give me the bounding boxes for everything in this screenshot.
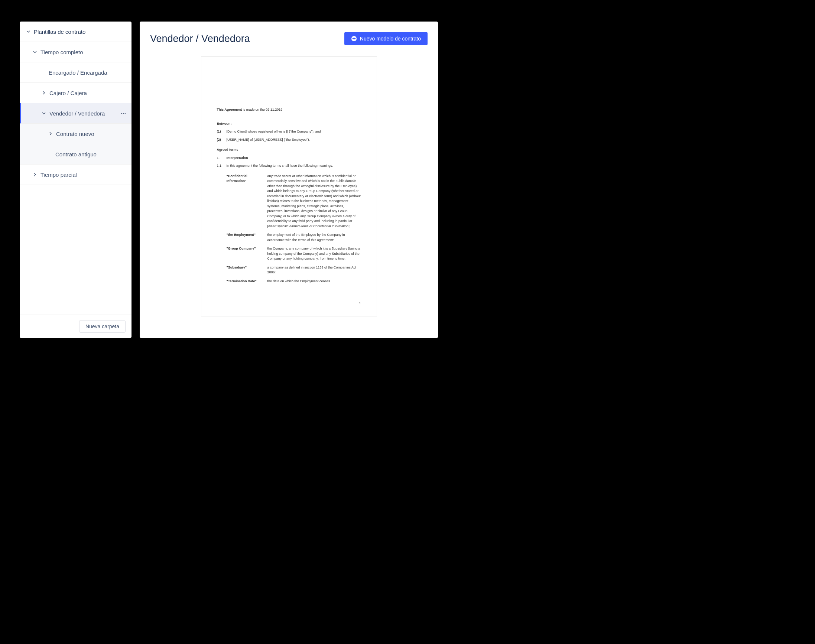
tree-item-label: Contrato antiguo [55,151,97,158]
sidebar: Plantillas de contrato Tiempo completo E… [20,21,132,338]
more-icon[interactable]: ··· [120,110,126,117]
tree-item-label: Vendedor / Vendedora [49,110,105,117]
doc-party-num: (1) [217,130,221,133]
doc-party-num: (2) [217,138,221,141]
doc-between-label: Between: [217,122,232,126]
tree-item-cajero[interactable]: Cajero / Cajera [20,83,132,103]
new-template-button[interactable]: Nuevo modelo de contrato [344,32,428,45]
new-folder-button[interactable]: Nueva carpeta [79,320,126,333]
doc-text: ]: [348,224,350,228]
doc-section-num: 1.1 [217,163,227,169]
document-page[interactable]: This Agreement is made on the 02.11.2019… [201,57,377,316]
document-preview-area: This Agreement is made on the 02.11.2019… [140,53,438,338]
doc-def-term: "Group Company" [227,246,267,261]
chevron-down-icon [32,50,37,54]
page-title: Vendedor / Vendedora [150,33,250,44]
doc-text-italic: insert specific named items of Confident… [268,224,348,228]
sidebar-footer: Nueva carpeta [20,314,132,338]
doc-def-term: "the Employment" [227,233,267,242]
doc-section-title: Interpretation [227,156,248,161]
tree-item-vendedor[interactable]: Vendedor / Vendedora ··· [20,103,132,124]
doc-def-term: "Confidential Information" [227,174,267,229]
tree-item-contrato-antiguo[interactable]: Contrato antiguo [20,144,132,164]
tree-item-contrato-nuevo[interactable]: Contrato nuevo [20,124,132,144]
plus-circle-icon [351,36,357,41]
doc-agreed-terms: Agreed terms [217,148,238,152]
chevron-right-icon [41,91,46,95]
template-tree: Plantillas de contrato Tiempo completo E… [20,21,132,314]
chevron-down-icon [41,112,46,115]
doc-section-text: In this agreement the following terms sh… [227,163,333,169]
doc-text: This Agreement [217,108,242,112]
doc-def-term: "Termination Date" [227,279,267,284]
doc-section-num: 1. [217,156,227,161]
tree-group-tiempo-completo[interactable]: Tiempo completo [20,42,132,62]
doc-page-number: 1 [359,301,361,306]
chevron-right-icon [48,132,53,136]
main-panel: Vendedor / Vendedora Nuevo modelo de con… [140,21,438,338]
doc-party-text: [Demo Client] whose registered offive is… [227,129,321,135]
button-label: Nueva carpeta [86,324,119,330]
doc-def-body: the Company, any company of which it is … [267,246,361,261]
tree-group-label: Tiempo parcial [40,172,77,178]
tree-root-label: Plantillas de contrato [34,29,86,35]
doc-party-text: [USER_NAME] of [USER_ADDRESS] ("the Empl… [227,137,310,143]
tree-item-label: Contrato nuevo [56,131,94,137]
chevron-right-icon [32,173,37,176]
tree-root-plantillas[interactable]: Plantillas de contrato [20,21,132,42]
main-header: Vendedor / Vendedora Nuevo modelo de con… [140,21,438,53]
doc-def-term: "Subsidiary" [227,265,267,275]
tree-group-label: Tiempo completo [40,49,83,55]
tree-item-label: Cajero / Cajera [49,90,87,96]
doc-agreement-line: This Agreement is made on the 02.11.2019 [217,107,361,112]
doc-def-body: the employment of the Employee by the Co… [267,233,361,242]
chevron-down-icon [26,30,31,34]
doc-def-body: a company as defined in section 1159 of … [267,265,361,275]
tree-item-encargado[interactable]: Encargado / Encargada [20,62,132,83]
tree-group-tiempo-parcial[interactable]: Tiempo parcial [20,164,132,185]
doc-def-body: the date on which the Employment ceases. [267,279,361,284]
tree-item-label: Encargado / Encargada [49,69,107,76]
button-label: Nuevo modelo de contrato [360,36,421,41]
doc-text: is made on the 02.11.2019 [242,108,282,112]
doc-text: any trade secret or other information wh… [267,174,361,228]
doc-def-body: any trade secret or other information wh… [267,174,361,229]
